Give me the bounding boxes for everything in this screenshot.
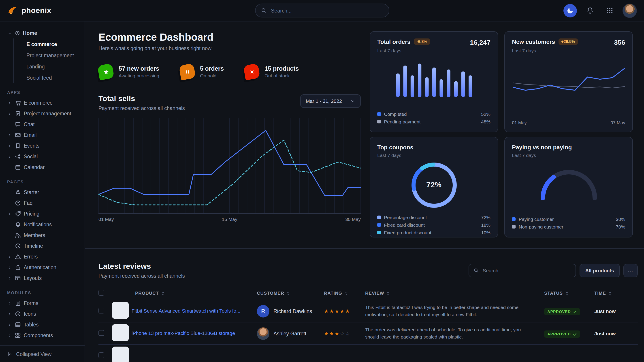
product-thumbnail[interactable]	[112, 324, 129, 341]
card-top-coupons: Top coupons Last 7 days 72%	[370, 137, 498, 237]
sidebar-item[interactable]: Forms	[0, 298, 84, 309]
sidebar-item[interactable]: Icons	[0, 309, 84, 319]
stat-value: 57 new orders	[118, 65, 159, 72]
date-range-select[interactable]: Mar 1 - 31, 2022	[300, 94, 361, 108]
product-link[interactable]: Fitbit Sense Advanced Smartwatch with To…	[132, 308, 257, 315]
sidebar-section-title-apps: APPS	[0, 83, 84, 97]
customer-avatar	[257, 350, 270, 362]
column-header-review[interactable]: REVIEW	[365, 291, 544, 296]
column-header-rating[interactable]: RATING	[324, 291, 365, 296]
stat-item: 57 new orders Awating processing	[98, 64, 159, 79]
sidebar-item[interactable]: Components	[0, 330, 84, 341]
total-sells-subtitle: Payment received across all channels	[98, 105, 185, 111]
stat-icon	[243, 63, 260, 80]
sidebar-item[interactable]: Email	[0, 130, 84, 140]
sidebar-item-icon	[15, 232, 21, 238]
user-avatar[interactable]	[622, 3, 637, 18]
sidebar-subitem[interactable]: E commerce	[14, 38, 84, 50]
sidebar-subitem[interactable]: Project management	[14, 50, 84, 61]
card-title: Paying vs non paying	[512, 144, 572, 151]
bell-icon	[586, 7, 594, 14]
table-row	[98, 345, 638, 362]
sidebar-item[interactable]: Chat	[0, 119, 84, 130]
sidebar-item-home[interactable]: Home	[0, 28, 84, 38]
legend-color	[377, 215, 381, 219]
product-link[interactable]: iPhone 13 pro max-Pacific Blue-128GB sto…	[132, 330, 257, 337]
sidebar-item[interactable]: Authentication	[0, 262, 84, 273]
product-thumbnail[interactable]	[112, 346, 129, 362]
x-label-end: 30 May	[345, 216, 361, 222]
main-content: Ecommerce Dashboard Here's what's going …	[85, 21, 644, 362]
home-icon	[15, 30, 20, 36]
chevron-right-icon	[7, 111, 12, 116]
check-icon	[572, 332, 577, 336]
sidebar-item-label: Layouts	[24, 276, 42, 281]
row-checkbox[interactable]	[98, 330, 104, 336]
sidebar-item[interactable]: Members	[0, 230, 84, 241]
sidebar-item[interactable]: Tables	[0, 319, 84, 330]
search-input[interactable]	[270, 7, 383, 14]
sidebar-item-icon	[15, 143, 21, 149]
column-header-time[interactable]: TIME	[594, 291, 626, 296]
column-header-product[interactable]: PRODUCT	[112, 291, 257, 296]
sidebar-item[interactable]: Layouts	[0, 273, 84, 284]
sidebar-item[interactable]: Notifications	[0, 219, 84, 230]
sidebar-item-label: Tables	[24, 322, 39, 327]
product-thumbnail[interactable]	[112, 302, 129, 319]
sidebar-item-label: Home	[23, 30, 37, 36]
sidebar-item-label: Timeline	[24, 243, 43, 249]
row-checkbox[interactable]	[98, 308, 104, 313]
sidebar-subitem[interactable]: Social feed	[14, 72, 84, 83]
sidebar-item[interactable]: Project management	[0, 108, 84, 119]
all-products-button[interactable]: All products	[579, 264, 620, 277]
sidebar-item-icon	[15, 164, 21, 170]
sidebar-item-label: Errors	[24, 254, 38, 259]
sidebar-item[interactable]: Events	[0, 140, 84, 151]
status-badge: APPROVED	[544, 308, 580, 315]
chevron-right-icon	[7, 100, 12, 105]
sidebar-item-label: Calendar	[24, 165, 44, 170]
theme-toggle-button[interactable]	[564, 4, 577, 17]
table-row: Fitbit Sense Advanced Smartwatch with To…	[98, 300, 638, 323]
legend-value: 10%	[481, 230, 490, 235]
sidebar-item[interactable]: Calendar	[0, 162, 84, 173]
sidebar-item-label: Project management	[24, 111, 71, 116]
sidebar-section-pages: Starter Faq Pricing	[0, 187, 84, 284]
sort-icon[interactable]	[564, 291, 569, 295]
sidebar-item[interactable]: Errors	[0, 251, 84, 262]
row-checkbox[interactable]	[98, 352, 104, 358]
sidebar-item-label: E commerce	[24, 100, 52, 105]
stat-icon	[179, 63, 196, 80]
column-header-customer[interactable]: CUSTOMER	[257, 291, 324, 296]
sidebar-subitem[interactable]: Landing	[14, 61, 84, 72]
sort-icon[interactable]	[286, 291, 290, 295]
global-search[interactable]	[255, 3, 389, 17]
sort-icon[interactable]	[608, 291, 612, 295]
notifications-button[interactable]	[583, 4, 596, 17]
sidebar-item[interactable]: Starter	[0, 187, 84, 198]
collapse-sidebar-button[interactable]: Collapsed View	[0, 345, 84, 362]
reviews-search[interactable]	[468, 264, 576, 277]
apps-grid-button[interactable]	[603, 4, 616, 17]
sidebar-item[interactable]: Faq	[0, 198, 84, 208]
sort-icon[interactable]	[386, 291, 390, 295]
select-all-checkbox[interactable]	[98, 290, 104, 295]
sidebar-item[interactable]: Pricing	[0, 208, 84, 219]
sidebar-item-label: Faq	[24, 200, 33, 206]
sidebar-item-icon	[15, 211, 21, 217]
brand-logo[interactable]: phoenix	[7, 5, 51, 16]
check-icon	[572, 310, 577, 314]
more-options-button[interactable]: ...	[624, 264, 638, 277]
sort-icon[interactable]	[161, 291, 165, 295]
chevron-down-icon	[350, 98, 355, 104]
sidebar-item[interactable]: Social	[0, 151, 84, 162]
sort-icon[interactable]	[344, 291, 348, 295]
legend-color	[512, 225, 516, 228]
sidebar-item[interactable]: Timeline	[0, 241, 84, 251]
chevron-right-icon	[7, 276, 12, 281]
sidebar-item[interactable]: E commerce	[0, 97, 84, 108]
reviews-search-input[interactable]	[482, 267, 571, 274]
column-header-status[interactable]: STATUS	[544, 291, 594, 296]
chevron-right-icon	[7, 312, 12, 316]
total-sells-chart	[98, 118, 361, 214]
